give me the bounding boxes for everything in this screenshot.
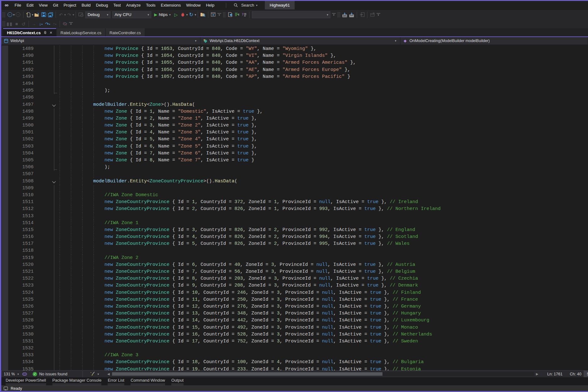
code-text[interactable]: [59, 80, 588, 87]
code-text[interactable]: //IWA Zone 1: [59, 220, 588, 227]
outlining-margin[interactable]: [40, 178, 59, 185]
outlining-margin[interactable]: [40, 220, 59, 227]
collapse-chevron-icon[interactable]: [52, 103, 56, 106]
panel-tab-command-window[interactable]: Command Window: [128, 377, 168, 385]
code-text[interactable]: new ZoneCountryProvince { Id = 15, Count…: [59, 324, 588, 331]
outlining-margin[interactable]: [40, 275, 59, 282]
outlining-margin[interactable]: [40, 359, 59, 366]
breadcrumb-type-dropdown[interactable]: WebApi.Data.H61DbContext ▾: [200, 37, 400, 45]
import-data-table-alt-icon[interactable]: [348, 11, 355, 18]
breadcrumb-member-dropdown[interactable]: ◆ OnModelCreating(ModelBuilder modelBuil…: [400, 37, 588, 45]
code-line[interactable]: 1511 new ZoneCountryProvince { Id = 1, C…: [1, 199, 588, 206]
code-line[interactable]: 1489 new Province { Id = 1053, CountryId…: [1, 46, 588, 52]
toolbar-grip[interactable]: [2, 12, 5, 18]
code-line[interactable]: 1515 new ZoneCountryProvince { Id = 3, C…: [1, 227, 588, 234]
code-line[interactable]: 1519 //IWA Zone 2: [1, 255, 588, 261]
find-in-files-button[interactable]: [200, 11, 206, 18]
code-text[interactable]: new ZoneCountryProvince { Id = 1, Countr…: [59, 199, 588, 206]
scroll-left-arrow[interactable]: ◀: [107, 372, 110, 376]
code-text[interactable]: modelBuilder.Entity<Zone>().HasData(: [59, 101, 588, 108]
code-line[interactable]: 1507: [1, 171, 588, 178]
stop-button[interactable]: ■: [13, 20, 20, 27]
document-tab[interactable]: H61DbContext.cs✕: [3, 28, 56, 36]
code-text[interactable]: new Zone { Id = 8, Name = "Zone 7", IsAc…: [59, 157, 588, 164]
outlining-margin[interactable]: [40, 268, 59, 275]
indentation-indicator[interactable]: SPC: [584, 371, 588, 377]
code-text[interactable]: );: [59, 87, 588, 94]
outlining-margin[interactable]: [40, 352, 59, 359]
outlining-margin[interactable]: [40, 164, 59, 171]
outlining-margin[interactable]: [40, 52, 59, 59]
close-icon[interactable]: ✕: [50, 31, 52, 35]
save-all-button[interactable]: [47, 11, 54, 18]
chevron-down-icon[interactable]: ▾: [195, 13, 196, 16]
document-tab[interactable]: RateLookupService.cs: [57, 28, 105, 36]
code-text[interactable]: new Zone { Id = 7, Name = "Zone 6", IsAc…: [59, 150, 588, 157]
menu-item-help[interactable]: Help: [203, 1, 217, 9]
outlining-margin[interactable]: [40, 324, 59, 331]
horizontal-scrollbar[interactable]: [112, 372, 534, 376]
outlining-margin[interactable]: [40, 338, 59, 345]
sort-lines-icon[interactable]: [234, 11, 241, 18]
code-line[interactable]: 1531 new ZoneCountryProvince { Id = 17, …: [1, 338, 588, 345]
code-line[interactable]: 1528 new ZoneCountryProvince { Id = 14, …: [1, 317, 588, 324]
code-line[interactable]: 1527 new ZoneCountryProvince { Id = 13, …: [1, 310, 588, 317]
undo-button[interactable]: ↶: [57, 11, 64, 18]
outlining-margin[interactable]: [40, 80, 59, 87]
code-text[interactable]: new ZoneCountryProvince { Id = 8, Countr…: [59, 275, 588, 282]
code-text[interactable]: new Zone { Id = 1, Name = "Domestic", Is…: [59, 108, 588, 115]
code-text[interactable]: new ZoneCountryProvince { Id = 11, Count…: [59, 296, 588, 303]
outlining-margin[interactable]: [40, 247, 59, 254]
code-text[interactable]: new ZoneCountryProvince { Id = 12, Count…: [59, 303, 588, 310]
menu-item-build[interactable]: Build: [79, 1, 93, 9]
code-line[interactable]: 1523 new ZoneCountryProvince { Id = 9, C…: [1, 282, 588, 289]
code-text[interactable]: new Zone { Id = 6, Name = "Zone 5", IsAc…: [59, 143, 588, 150]
step-into-button[interactable]: ↓●: [37, 20, 44, 27]
outlining-margin[interactable]: [40, 310, 59, 317]
code-line[interactable]: 1497 modelBuilder.Entity<Zone>().HasData…: [1, 101, 588, 108]
menu-item-analyze[interactable]: Analyze: [123, 1, 143, 9]
outlining-margin[interactable]: [40, 108, 59, 115]
panel-tab-developer-powershell[interactable]: Developer PowerShell: [3, 377, 49, 385]
toolbar-overflow-icon[interactable]: ∨: [377, 13, 380, 16]
code-editor[interactable]: 1489 new Province { Id = 1053, CountryId…: [1, 45, 588, 370]
outlining-margin[interactable]: [40, 129, 59, 136]
save-button[interactable]: [40, 11, 47, 18]
outlining-margin[interactable]: [40, 199, 59, 206]
exit-frame-icon[interactable]: [359, 11, 366, 18]
show-next-statement-button[interactable]: →: [30, 20, 37, 27]
outlining-margin[interactable]: [40, 150, 59, 157]
code-text[interactable]: [59, 213, 588, 220]
outlining-margin[interactable]: [40, 255, 59, 261]
outlining-margin[interactable]: [40, 143, 59, 150]
breadcrumb-project-dropdown[interactable]: WebApi ▾: [1, 37, 200, 45]
menu-item-window[interactable]: Window: [184, 1, 203, 9]
code-text[interactable]: new Province { Id = 1055, CountryId = 84…: [59, 59, 588, 66]
solution-platform-select[interactable]: Any CPU ▾: [112, 11, 151, 18]
code-text[interactable]: new Zone { Id = 2, Name = "Zone 1", IsAc…: [59, 115, 588, 122]
code-line[interactable]: 1532: [1, 345, 588, 352]
column-indicator[interactable]: Ch: 40: [570, 372, 581, 376]
outlining-margin[interactable]: [40, 46, 59, 52]
code-line[interactable]: 1520 new ZoneCountryProvince { Id = 6, C…: [1, 261, 588, 268]
panel-tab-error-list[interactable]: Error List: [105, 377, 127, 385]
step-over-button[interactable]: ↷●: [44, 20, 51, 27]
navigation-history-icon[interactable]: [78, 11, 84, 18]
document-outline-icon[interactable]: [227, 11, 234, 18]
code-line[interactable]: 1512 new ZoneCountryProvince { Id = 2, C…: [1, 206, 588, 212]
copilot-icon[interactable]: [21, 371, 28, 378]
code-text[interactable]: new Province { Id = 1053, CountryId = 84…: [59, 46, 588, 52]
code-line[interactable]: 1535 new ZoneCountryProvince { Id = 19, …: [1, 366, 588, 370]
menu-item-debug[interactable]: Debug: [93, 1, 110, 9]
menu-item-tools[interactable]: Tools: [143, 1, 158, 9]
code-line[interactable]: 1498 new Zone { Id = 1, Name = "Domestic…: [1, 108, 588, 115]
code-line[interactable]: 1518: [1, 247, 588, 254]
code-line[interactable]: 1530 new ZoneCountryProvince { Id = 16, …: [1, 331, 588, 338]
menu-item-edit[interactable]: Edit: [24, 1, 36, 9]
outlining-margin[interactable]: [40, 289, 59, 296]
outlining-margin[interactable]: [40, 101, 59, 108]
outlining-margin[interactable]: [40, 67, 59, 73]
code-text[interactable]: new ZoneCountryProvince { Id = 4, Countr…: [59, 234, 588, 240]
outlining-margin[interactable]: [40, 296, 59, 303]
code-text[interactable]: new ZoneCountryProvince { Id = 14, Count…: [59, 317, 588, 324]
